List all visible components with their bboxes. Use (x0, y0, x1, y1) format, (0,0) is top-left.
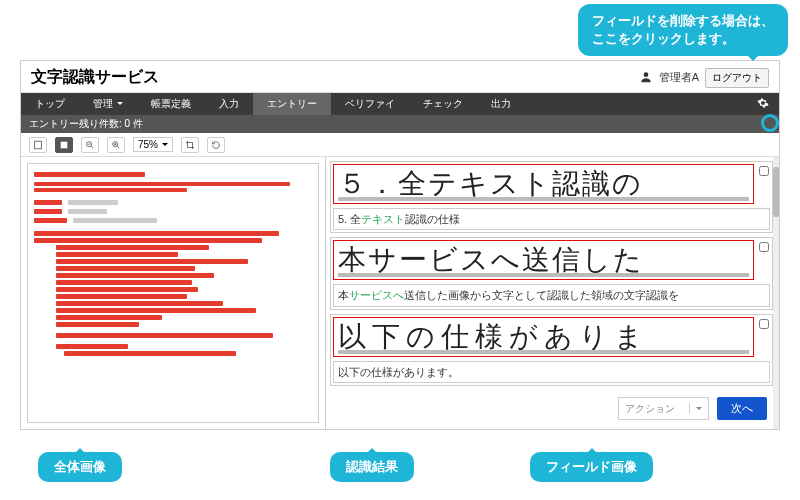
zoom-in-button[interactable] (107, 137, 125, 153)
callout-full-image: 全体画像 (38, 452, 122, 482)
zoom-out-button[interactable] (81, 137, 99, 153)
tool-page-outline[interactable] (29, 137, 47, 153)
tool-reset[interactable] (207, 137, 225, 153)
main-split: ５．全テキスト認識の 5. 全テキスト認識の仕様 本サービスへ送信した 本サービ… (21, 157, 779, 429)
recognition-result[interactable]: 本サービスへ送信した画像から文字として認識した領域の文字認識を (333, 284, 770, 306)
remaining-count: エントリー残り件数: 0 件 (29, 117, 143, 131)
entries-list: ５．全テキスト認識の 5. 全テキスト認識の仕様 本サービスへ送信した 本サービ… (330, 161, 773, 392)
recognition-result[interactable]: 以下の仕様があります。 (333, 361, 770, 383)
entries-pane: ５．全テキスト認識の 5. 全テキスト認識の仕様 本サービスへ送信した 本サービ… (326, 157, 779, 429)
tool-selection[interactable] (55, 137, 73, 153)
chevron-down-icon (162, 143, 168, 149)
callout-field-image: フィールド画像 (530, 452, 653, 482)
logout-button[interactable]: ログアウト (705, 68, 769, 88)
field-image[interactable]: 本サービスへ送信した (333, 240, 754, 280)
entry-item: 本サービスへ送信した 本サービスへ送信した画像から文字として認識した領域の文字認… (330, 237, 773, 309)
nav-entry[interactable]: エントリー (253, 93, 331, 115)
svg-point-0 (643, 72, 648, 77)
full-image-pane (21, 157, 326, 429)
nav-top[interactable]: トップ (21, 93, 79, 115)
chevron-down-icon (117, 102, 123, 108)
zoom-select[interactable]: 75% (133, 137, 173, 152)
footer-actions: アクション 次へ (330, 392, 773, 425)
user-icon (639, 70, 653, 86)
entry-item: 以下の仕様がありま 以下の仕様があります。 (330, 314, 773, 386)
field-image[interactable]: 以下の仕様がありま (333, 317, 754, 357)
nav-form-def[interactable]: 帳票定義 (137, 93, 205, 115)
scrollbar-thumb[interactable] (773, 167, 779, 217)
svg-rect-2 (61, 141, 68, 148)
tool-crop[interactable] (181, 137, 199, 153)
delete-checkbox[interactable] (756, 238, 772, 282)
toolbar: 75% (21, 133, 779, 157)
zoom-value: 75% (138, 139, 158, 150)
callout-delete-field: フィールドを削除する場合は、 ここをクリックします。 (578, 4, 788, 56)
navbar: トップ 管理 帳票定義 入力 エントリー ベリファイ チェック 出力 (21, 93, 779, 115)
gear-icon[interactable] (747, 97, 779, 111)
app-header: 文字認識サービス 管理者A ログアウト (21, 61, 779, 93)
app-title: 文字認識サービス (31, 67, 159, 88)
field-image[interactable]: ５．全テキスト認識の (333, 164, 754, 204)
highlight-delete-circle (761, 114, 779, 132)
action-dropdown[interactable]: アクション (618, 397, 709, 420)
callout-result: 認識結果 (330, 452, 414, 482)
status-subbar: エントリー残り件数: 0 件 (21, 115, 779, 133)
app-window: 文字認識サービス 管理者A ログアウト トップ 管理 帳票定義 入力 エントリー… (20, 60, 780, 430)
delete-checkbox[interactable] (756, 162, 772, 206)
nav-check[interactable]: チェック (409, 93, 477, 115)
nav-verify[interactable]: ベリファイ (331, 93, 409, 115)
nav-manage[interactable]: 管理 (79, 93, 137, 115)
next-button[interactable]: 次へ (717, 397, 767, 420)
delete-checkbox[interactable] (756, 315, 772, 359)
document-preview[interactable] (27, 163, 319, 423)
nav-input[interactable]: 入力 (205, 93, 253, 115)
svg-rect-1 (35, 141, 42, 149)
entry-item: ５．全テキスト認識の 5. 全テキスト認識の仕様 (330, 161, 773, 233)
user-area: 管理者A ログアウト (639, 68, 769, 88)
scrollbar-vertical[interactable] (773, 157, 779, 429)
chevron-down-icon (696, 407, 702, 413)
user-name: 管理者A (659, 70, 699, 85)
recognition-result[interactable]: 5. 全テキスト認識の仕様 (333, 208, 770, 230)
nav-output[interactable]: 出力 (477, 93, 525, 115)
